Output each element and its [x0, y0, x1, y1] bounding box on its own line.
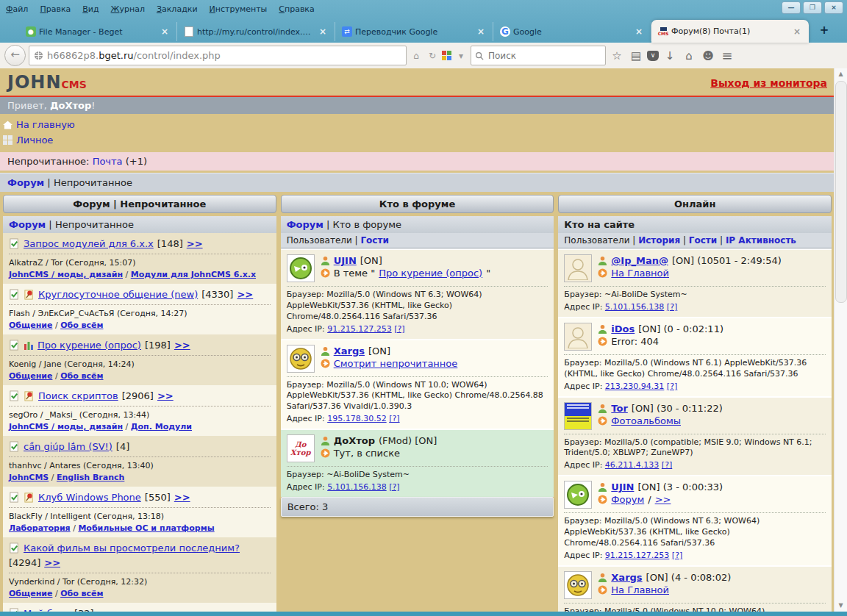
- topic-link[interactable]: Про курение (опрос): [37, 340, 141, 351]
- category-link[interactable]: Обо всём: [60, 371, 103, 381]
- user-location-link[interactable]: Фотоальбомы: [611, 415, 681, 426]
- ip-link[interactable]: 46.211.4.133: [605, 460, 659, 470]
- reload-button[interactable]: ↻: [426, 51, 439, 61]
- menu-Вид[interactable]: Вид: [82, 4, 99, 14]
- topic-link[interactable]: Запрос модулей для 6.х.х: [24, 238, 154, 249]
- browser-tab[interactable]: CMSФорум(8) Почта(1)×: [651, 20, 809, 43]
- new-tab-button[interactable]: +: [815, 23, 834, 39]
- ip-help-link[interactable]: [?]: [394, 324, 404, 334]
- category-link[interactable]: Модули для JohnCMS 6.х.х: [131, 270, 256, 279]
- category-link[interactable]: Общение: [9, 320, 52, 330]
- close-button[interactable]: ×: [824, 1, 843, 14]
- scroll-up-icon[interactable]: ▲: [835, 68, 847, 80]
- user-name-link[interactable]: UJIN: [611, 481, 634, 493]
- topic-link[interactable]: Клуб Windows Phone: [38, 492, 141, 503]
- user-name-link[interactable]: iDos: [611, 323, 635, 334]
- menu-Инструменты[interactable]: Инструменты: [210, 4, 268, 14]
- menu-Правка[interactable]: Правка: [40, 4, 71, 14]
- browser-tab[interactable]: http://my.ru/control/index.php×: [177, 22, 335, 41]
- topic-link[interactable]: Поиск скриптов: [38, 390, 118, 401]
- bookmark-star-icon[interactable]: ☆: [609, 47, 625, 65]
- breadcrumb-forum-link[interactable]: Форум: [7, 177, 44, 188]
- category-link[interactable]: JohnCMS / моды, дизайн: [9, 422, 123, 431]
- pocket-icon[interactable]: ∨: [647, 51, 659, 61]
- tab-close-icon[interactable]: ×: [792, 26, 802, 37]
- download-icon[interactable]: ↓: [662, 47, 678, 65]
- topic-more-link[interactable]: >>: [174, 340, 190, 351]
- topic-link[interactable]: cần giúp lắm (SV!): [24, 441, 112, 452]
- home-icon[interactable]: ⌂: [681, 47, 697, 65]
- user-name-link[interactable]: UJIN: [334, 255, 357, 266]
- nav-personal-link[interactable]: Личное: [16, 135, 53, 146]
- menu-Закладки[interactable]: Закладки: [157, 4, 198, 14]
- tab-close-icon[interactable]: ×: [318, 26, 328, 37]
- nav-home-link[interactable]: На главную: [16, 119, 75, 130]
- user-location-link[interactable]: Форум: [611, 494, 644, 505]
- ip-link[interactable]: 91.215.127.253: [605, 551, 669, 560]
- ip-help-link[interactable]: [?]: [667, 302, 677, 312]
- logout-link[interactable]: Выход из монитора: [710, 77, 827, 89]
- category-link[interactable]: JohnCMS / моды, дизайн: [9, 270, 123, 279]
- ip-link[interactable]: 195.178.30.52: [327, 414, 386, 423]
- ip-help-link[interactable]: [?]: [667, 382, 677, 391]
- user-location-link[interactable]: Про курение (опрос): [379, 268, 482, 279]
- menu-Журнал[interactable]: Журнал: [111, 4, 145, 14]
- url-bar[interactable]: h66862p8.bget.ru/control/index.php: [29, 46, 407, 65]
- category-link[interactable]: Общение: [9, 589, 52, 598]
- unread-mail-link[interactable]: Почта: [93, 156, 123, 167]
- ip-link[interactable]: 91.215.127.253: [327, 324, 391, 334]
- hamburger-menu-icon[interactable]: ≡: [719, 47, 735, 65]
- apps-dropdown-icon[interactable]: ▾: [454, 51, 468, 61]
- category-link[interactable]: Обо всём: [60, 589, 103, 598]
- user-name-link[interactable]: Xargs: [611, 572, 642, 583]
- category-link[interactable]: Мобильные ОС и платформы: [78, 523, 214, 533]
- category-link[interactable]: Лаборатория: [9, 523, 71, 533]
- menu-Файл[interactable]: Файл: [6, 4, 28, 14]
- maximize-button[interactable]: ❐: [803, 1, 822, 14]
- topic-link[interactable]: Круглосуточное общение (new): [38, 289, 198, 300]
- topic-more-link[interactable]: >>: [187, 238, 203, 249]
- category-link[interactable]: Обо всём: [60, 320, 103, 330]
- scroll-down-icon[interactable]: ▼: [835, 600, 847, 612]
- ip-help-link[interactable]: [?]: [672, 551, 682, 560]
- minimize-button[interactable]: —: [782, 1, 801, 14]
- search-input[interactable]: [487, 50, 585, 62]
- user-name-link[interactable]: Tor: [611, 403, 627, 414]
- chat-icon[interactable]: ☻: [700, 47, 716, 65]
- user-location-link[interactable]: >>: [655, 494, 671, 505]
- user-name-link[interactable]: @Ip_Man@: [611, 255, 668, 266]
- subtab-link[interactable]: IP Активность: [726, 235, 796, 246]
- ip-link[interactable]: 5.101.156.138: [605, 302, 664, 312]
- topic-more-link[interactable]: >>: [174, 492, 190, 503]
- reading-list-icon[interactable]: ▤: [628, 47, 644, 65]
- tab-close-icon[interactable]: ×: [476, 26, 486, 37]
- ip-help-link[interactable]: [?]: [389, 414, 399, 423]
- bookmark-home-icon[interactable]: ⌂: [410, 51, 423, 61]
- subtab-link[interactable]: Гости: [360, 235, 388, 246]
- ip-link[interactable]: 213.230.94.31: [605, 382, 664, 391]
- user-location-link[interactable]: На Главной: [611, 268, 669, 279]
- subtab-link[interactable]: Гости: [689, 235, 717, 246]
- back-button[interactable]: ←: [4, 45, 26, 66]
- apps-icon[interactable]: [442, 51, 451, 60]
- tab-close-icon[interactable]: ×: [160, 26, 170, 37]
- category-link[interactable]: English Branch: [57, 473, 124, 482]
- menu-Справка[interactable]: Справка: [279, 4, 314, 14]
- user-location-link[interactable]: На Главной: [611, 584, 669, 595]
- user-name-link[interactable]: Xargs: [334, 345, 365, 357]
- search-box[interactable]: [471, 46, 606, 65]
- topic-more-link[interactable]: >>: [157, 390, 174, 401]
- category-link[interactable]: Доп. Модули: [131, 422, 192, 431]
- ip-help-link[interactable]: [?]: [389, 482, 399, 492]
- topic-more-link[interactable]: >>: [237, 289, 253, 300]
- forum-link[interactable]: Форум: [9, 219, 46, 230]
- browser-tab[interactable]: GGoogle×: [493, 22, 651, 41]
- browser-tab[interactable]: ⇄Переводчик Google×: [335, 22, 493, 41]
- category-link[interactable]: Общение: [9, 371, 52, 381]
- subtab-link[interactable]: История: [638, 235, 680, 246]
- scrollbar-thumb[interactable]: [835, 81, 847, 303]
- category-link[interactable]: JohnCMS: [9, 473, 49, 482]
- browser-tab[interactable]: ●File Manager - Beget×: [19, 22, 177, 41]
- page-scrollbar[interactable]: ▲ ▼: [834, 68, 847, 612]
- topic-more-link[interactable]: >>: [44, 557, 60, 568]
